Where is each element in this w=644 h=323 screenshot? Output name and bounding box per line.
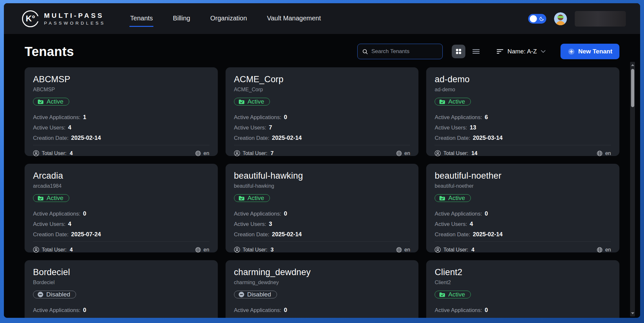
tenant-grid: ABCMSP ABCMSP Active Active Applications… <box>4 67 640 318</box>
sort-lines-icon <box>496 49 504 54</box>
card-footer: Total User: 3 en <box>234 241 410 253</box>
total-user-value: 7 <box>271 150 273 156</box>
active-users-value: 4 <box>68 124 71 131</box>
user-circle-icon <box>33 247 39 253</box>
list-icon <box>472 48 480 55</box>
globe-icon <box>396 150 402 156</box>
active-users-value: 3 <box>269 221 272 228</box>
status-label: Active <box>47 195 63 202</box>
tenant-card[interactable]: beautiful-hawking beautiful-hawking Acti… <box>226 164 419 252</box>
active-applications-row: Active Applications: 0 <box>234 114 410 121</box>
tenant-name: Bordeciel <box>33 267 209 277</box>
status-label: Disabled <box>247 291 271 298</box>
language-value: en <box>605 247 611 253</box>
folder-check-icon <box>38 99 44 105</box>
nav-item-organization[interactable]: Organization <box>210 11 248 27</box>
tenant-card[interactable]: ad-demo ad-demo Active Active Applicatio… <box>426 67 619 156</box>
active-applications-value: 0 <box>284 307 287 314</box>
active-users-row: Active Users: <box>234 317 410 318</box>
new-tenant-label: New Tenant <box>578 48 612 55</box>
sort-label: Name: A-Z <box>507 48 537 55</box>
active-applications-value: 6 <box>485 114 488 121</box>
minus-circle-icon <box>38 292 43 297</box>
main-content: Tenants <box>4 34 640 318</box>
grid-view-button[interactable] <box>452 45 465 58</box>
active-applications-value: 1 <box>83 114 86 121</box>
status-badge: Active <box>33 98 69 106</box>
language-value: en <box>405 150 410 156</box>
tenant-card[interactable]: ACME_Corp ACME_Corp Active Active Applic… <box>226 67 419 156</box>
card-footer: Total User: 7 en <box>234 145 410 156</box>
folder-check-icon <box>439 292 445 297</box>
globe-icon <box>396 247 402 253</box>
status-label: Active <box>448 195 465 202</box>
main-nav: Tenants Billing Organization Vault Manag… <box>129 11 321 27</box>
tenant-name: ad-demo <box>435 74 611 84</box>
search-input[interactable] <box>371 48 438 55</box>
status-label: Disabled <box>46 291 70 298</box>
creation-date-row: Creation Date: 2025-02-14 <box>234 135 410 141</box>
tenant-slug: arcadia1984 <box>33 183 209 189</box>
active-applications-row: Active Applications: 0 <box>234 210 410 217</box>
toggle-knob <box>530 15 537 22</box>
list-view-button[interactable] <box>471 45 482 58</box>
nav-item-billing[interactable]: Billing <box>172 11 191 27</box>
logo-ring-icon: K° <box>22 10 39 27</box>
user-circle-icon <box>234 247 240 253</box>
tenant-slug: charming_dewdney <box>234 280 410 285</box>
globe-icon <box>597 150 603 156</box>
scroll-up-arrow[interactable] <box>630 62 635 68</box>
tenant-name: charming_dewdney <box>234 267 410 277</box>
user-circle-icon <box>435 150 441 156</box>
active-applications-row: Active Applications: 0 <box>33 210 209 217</box>
tenant-card[interactable]: Client2 Client2 Active Active Applicatio… <box>426 260 619 318</box>
card-footer: Total User: 4 en <box>435 241 611 253</box>
brand-logo[interactable]: K° MULTI-PASS PASSWORDLESS <box>22 10 105 27</box>
user-circle-icon <box>234 150 240 156</box>
language-value: en <box>405 247 410 253</box>
user-circle-icon <box>33 150 39 156</box>
nav-item-vault-management[interactable]: Vault Management <box>266 11 321 27</box>
active-users-row: Active Users: <box>33 317 209 318</box>
folder-check-icon <box>439 99 445 105</box>
tenant-card[interactable]: beautiful-noether beautiful-noether Acti… <box>426 164 619 252</box>
total-user-label: Total User: <box>42 150 66 156</box>
status-label: Active <box>248 98 264 105</box>
tenant-slug: Client2 <box>435 280 611 285</box>
tenant-card[interactable]: Arcadia arcadia1984 Active Active Applic… <box>25 164 218 252</box>
page-title: Tenants <box>25 44 74 59</box>
total-user-label: Total User: <box>443 247 468 253</box>
plus-circle-icon <box>568 48 575 55</box>
sort-control[interactable]: Name: A-Z <box>496 48 546 55</box>
tenant-card[interactable]: Bordeciel Bordeciel Disabled Active Appl… <box>25 260 218 318</box>
scroll-down-arrow[interactable] <box>630 311 635 316</box>
status-badge: Active <box>234 194 270 202</box>
active-applications-value: 0 <box>485 307 488 314</box>
tenant-name: Client2 <box>435 267 611 277</box>
tenant-card[interactable]: ABCMSP ABCMSP Active Active Applications… <box>25 67 218 156</box>
tenant-card[interactable]: charming_dewdney charming_dewdney Disabl… <box>226 260 419 318</box>
active-users-value: 4 <box>470 221 473 228</box>
total-user-value: 14 <box>472 150 477 156</box>
search-box[interactable] <box>357 44 443 59</box>
nav-item-tenants[interactable]: Tenants <box>129 11 153 27</box>
avatar-image <box>554 12 567 25</box>
creation-date-row: Creation Date: 2025-02-14 <box>234 231 410 238</box>
tenant-name: Arcadia <box>33 171 209 181</box>
user-avatar[interactable] <box>554 12 567 25</box>
active-users-value: 7 <box>269 124 272 131</box>
user-name-redacted <box>575 11 626 27</box>
tenant-slug: beautiful-hawking <box>234 183 410 189</box>
total-user-label: Total User: <box>42 247 66 253</box>
minus-circle-icon <box>239 292 244 297</box>
scrollbar[interactable] <box>630 62 635 317</box>
new-tenant-button[interactable]: New Tenant <box>561 44 619 59</box>
language-value: en <box>204 247 209 253</box>
theme-toggle[interactable] <box>528 14 546 24</box>
creation-date-row: Creation Date: 2025-07-24 <box>33 231 209 238</box>
creation-date-value: 2025-02-14 <box>272 135 302 141</box>
scrollbar-thumb[interactable] <box>631 69 634 107</box>
tenant-slug: beautiful-noether <box>435 183 611 189</box>
folder-check-icon <box>239 195 245 201</box>
active-users-row: Active Users: 3 <box>234 221 410 228</box>
